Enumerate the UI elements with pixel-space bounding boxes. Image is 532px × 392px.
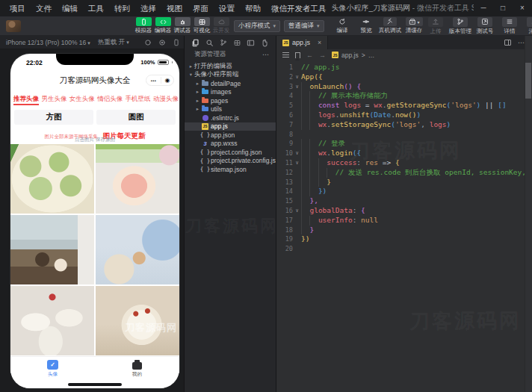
folder-utils-icon: [201, 107, 209, 111]
upload-icon: [428, 17, 443, 27]
device-frame-icon[interactable]: [173, 39, 180, 46]
avatar-photo-rabbit-steamed-buns[interactable]: [10, 286, 94, 355]
git-branch-icon[interactable]: [220, 39, 227, 46]
explorer-title: 资源管理器: [194, 50, 226, 59]
category-tab[interactable]: 推荐头像: [13, 95, 39, 105]
cloud-dev-toggle: 云开发: [212, 17, 230, 34]
tree-item[interactable]: ▾头像小程序前端: [185, 71, 276, 80]
scrollbar-thumb[interactable]: [525, 63, 531, 99]
hot-reload-toggle[interactable]: 热重载 开▾: [98, 38, 129, 47]
user-avatar[interactable]: [6, 20, 21, 32]
fold-icon[interactable]: ∨: [293, 82, 301, 92]
indent-guide: [309, 178, 318, 187]
tab-close-icon[interactable]: ×: [318, 39, 321, 46]
toggle-label: 模拟器: [135, 27, 152, 34]
layout-icon[interactable]: [247, 39, 255, 47]
menu-item[interactable]: 视图: [161, 0, 188, 16]
tree-item[interactable]: { }app.json: [185, 131, 276, 140]
extensions-icon[interactable]: [234, 40, 241, 46]
shape-button[interactable]: 圆图: [96, 110, 176, 125]
category-tab[interactable]: 男生头像: [41, 95, 66, 105]
device-select[interactable]: iPhone 12/13 (Pro) 100% 16▾: [6, 39, 90, 46]
shape-button[interactable]: 方图: [14, 110, 93, 125]
maximize-button[interactable]: □: [493, 0, 513, 16]
outline-menu-icon[interactable]: [282, 52, 289, 57]
editor-toggle[interactable]: 编辑器: [154, 17, 172, 34]
minimize-button[interactable]: ─: [474, 0, 493, 16]
category-tab[interactable]: 女生头像: [69, 95, 95, 105]
code-area[interactable]: 1// app.js2∨App({3∨onLaunch() {4// 展示本地存…: [276, 60, 532, 392]
tree-item[interactable]: { }sitemap.json: [185, 165, 276, 174]
avatar-photo-blue-table-desserts[interactable]: [96, 215, 179, 284]
tree-item[interactable]: 3app.wxss: [185, 140, 276, 149]
forward-icon[interactable]: →: [319, 52, 326, 59]
menu-item[interactable]: 项目: [4, 0, 31, 16]
files-icon[interactable]: [191, 39, 200, 47]
tree-item[interactable]: .eslintrc.js: [185, 113, 276, 122]
editor-scrollbar[interactable]: [525, 36, 532, 392]
category-tab[interactable]: 动漫头像: [153, 95, 179, 105]
menu-item[interactable]: 工具: [83, 0, 109, 16]
category-tab[interactable]: 情侣头像: [97, 95, 123, 105]
details-button[interactable]: 详情: [499, 17, 521, 35]
breadcrumb-more[interactable]: …: [368, 52, 375, 59]
debugger-toggle[interactable]: 调试器: [173, 17, 191, 34]
fold-icon[interactable]: ∨: [293, 149, 301, 158]
menu-item[interactable]: 界面: [188, 0, 214, 16]
avatar-photo-seaside-coffee-table[interactable]: [10, 215, 94, 284]
tree-item[interactable]: JSapp.js: [185, 122, 276, 131]
rotate-icon[interactable]: [144, 39, 152, 46]
explorer-more-icon[interactable]: ⋯: [262, 51, 270, 58]
indent-guide: [301, 139, 309, 149]
tree-item[interactable]: ▸images: [185, 88, 276, 97]
tree-item[interactable]: ▸pages: [185, 96, 276, 105]
line-number: 11: [276, 158, 293, 168]
tree-item[interactable]: { }project.private.config.js…: [185, 157, 276, 166]
simulator-toggle[interactable]: 模拟器: [134, 17, 152, 34]
tree-item[interactable]: { }project.config.json: [185, 148, 276, 157]
tree-item[interactable]: ▸打开的编辑器: [185, 62, 276, 71]
tree-item[interactable]: ▸detailPage: [185, 79, 276, 88]
device-debug-button[interactable]: 真机调试: [380, 17, 401, 34]
compile-button[interactable]: 编译: [332, 17, 353, 34]
menu-item[interactable]: 微信开发者工具: [266, 0, 332, 16]
back-icon[interactable]: ←: [306, 52, 313, 59]
menu-item[interactable]: 设置: [214, 0, 240, 16]
avatar-photo-bunny-toast-dessert[interactable]: [96, 144, 179, 214]
menu-item[interactable]: 编辑: [57, 0, 83, 16]
indent-guide: [301, 101, 309, 111]
plugins-icon[interactable]: [261, 39, 269, 47]
tree-item-label: .eslintrc.js: [211, 114, 239, 122]
menu-item[interactable]: 帮助: [240, 0, 266, 16]
search-icon[interactable]: [205, 39, 214, 47]
menu-item[interactable]: 转到: [109, 0, 135, 16]
breadcrumb-file[interactable]: app.js: [341, 52, 359, 59]
test-account-button[interactable]: 测试号: [474, 17, 496, 35]
screenshot-icon[interactable]: [158, 39, 166, 46]
compile-mode-select[interactable]: 普通编译▾: [284, 20, 324, 32]
fold-icon[interactable]: ∨: [293, 206, 301, 216]
mode-select[interactable]: 小程序模式▾: [234, 20, 280, 32]
clear-cache-button[interactable]: ▾清缓存: [403, 17, 425, 34]
split-editor-icon[interactable]: [504, 40, 511, 46]
avatar-photo-green-roll-cake[interactable]: [10, 144, 94, 214]
more-menu-icon[interactable]: •••: [146, 75, 161, 85]
bookmark-icon[interactable]: [295, 52, 300, 58]
code-line: 11∨success: res => {: [276, 158, 532, 168]
close-button[interactable]: ×: [513, 0, 532, 16]
menu-item[interactable]: 文件: [31, 0, 57, 16]
fold-icon[interactable]: ∨: [293, 72, 301, 82]
close-miniprogram-icon[interactable]: ◉: [161, 75, 173, 85]
fold-icon[interactable]: ∨: [293, 158, 301, 168]
visualize-toggle[interactable]: 可视化: [193, 17, 211, 34]
category-tab[interactable]: 手机壁纸: [126, 95, 151, 105]
code-line: 12// 发送 res.code 到后台换取 openId, sessionKe…: [276, 168, 532, 178]
tree-item[interactable]: ▸utils: [185, 105, 276, 114]
editor-tab-appjs[interactable]: JS app.js ×: [276, 36, 328, 49]
chevron-down-icon: ▾: [87, 40, 90, 46]
version-manage-button[interactable]: 版本管理: [450, 17, 471, 35]
preview-button[interactable]: 预览: [356, 17, 377, 34]
menu-item[interactable]: 选择: [135, 0, 161, 16]
indent-guide: [309, 139, 318, 149]
messages-button[interactable]: 消息: [524, 17, 532, 35]
